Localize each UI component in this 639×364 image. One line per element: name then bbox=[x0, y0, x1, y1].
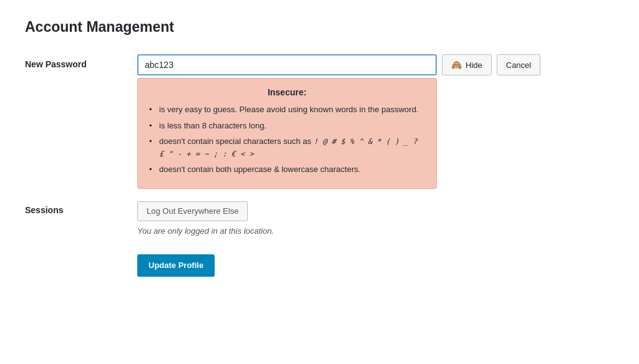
hide-button-label: Hide bbox=[466, 60, 482, 70]
password-control-wrap: 🙈 Hide Cancel Insecure: is very easy to … bbox=[137, 54, 614, 189]
sessions-label: Sessions bbox=[25, 201, 137, 215]
special-chars-text: doesn't contain special characters such … bbox=[159, 136, 311, 146]
strength-item-4: doesn't contain both uppercase & lowerca… bbox=[149, 163, 425, 176]
update-profile-button[interactable]: Update Profile bbox=[137, 254, 215, 277]
sessions-control: Log Out Everywhere Else You are only log… bbox=[137, 201, 614, 236]
update-profile-label: Update Profile bbox=[149, 261, 203, 270]
cancel-button-label: Cancel bbox=[506, 60, 531, 70]
page-title: Account Management bbox=[25, 19, 614, 36]
strength-item-2: is less than 8 characters long. bbox=[149, 120, 425, 132]
eye-slash-icon: 🙈 bbox=[451, 60, 462, 70]
logout-everywhere-button[interactable]: Log Out Everywhere Else bbox=[137, 201, 248, 221]
sessions-row: Sessions Log Out Everywhere Else You are… bbox=[25, 201, 614, 236]
logout-everywhere-label: Log Out Everywhere Else bbox=[147, 206, 238, 216]
hide-password-button[interactable]: 🙈 Hide bbox=[442, 54, 492, 75]
new-password-label: New Password bbox=[25, 54, 137, 69]
strength-item-3: doesn't contain special characters such … bbox=[149, 135, 425, 160]
cancel-password-button[interactable]: Cancel bbox=[497, 54, 540, 75]
sessions-note: You are only logged in at this location. bbox=[137, 226, 614, 236]
new-password-input[interactable] bbox=[137, 54, 437, 75]
password-input-row: 🙈 Hide Cancel bbox=[137, 54, 614, 75]
password-strength-box: Insecure: is very easy to guess. Please … bbox=[137, 78, 437, 189]
strength-title: Insecure: bbox=[149, 87, 425, 97]
strength-item-1: is very easy to guess. Please avoid usin… bbox=[149, 103, 425, 116]
new-password-row: New Password 🙈 Hide Cancel Insecure: is … bbox=[25, 54, 614, 189]
strength-list: is very easy to guess. Please avoid usin… bbox=[149, 103, 425, 176]
